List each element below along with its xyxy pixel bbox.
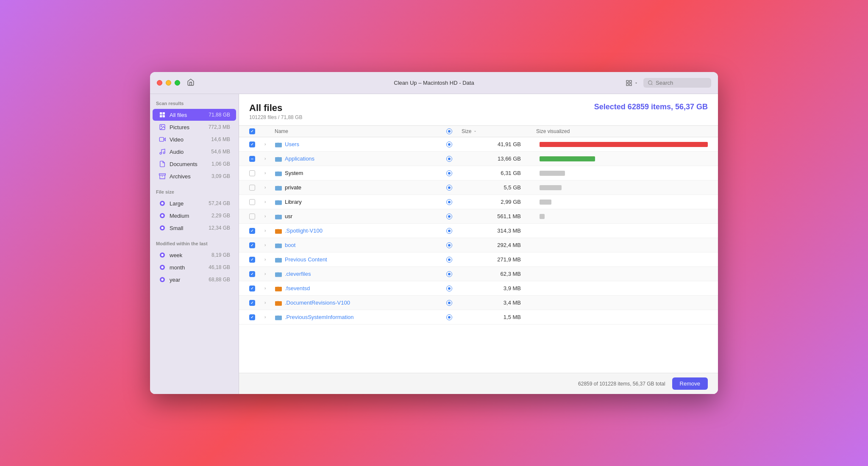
- all-files-icon: [159, 111, 166, 119]
- row-checkbox[interactable]: [249, 286, 264, 291]
- svg-point-10: [161, 126, 162, 127]
- expand-arrow[interactable]: ›: [264, 142, 275, 147]
- row-checkbox[interactable]: [249, 271, 264, 277]
- medium-icon: [159, 212, 166, 219]
- file-size: 271,9 MB: [462, 256, 521, 263]
- expand-arrow[interactable]: ›: [264, 300, 275, 305]
- file-name-cell: Previous Content: [275, 256, 446, 264]
- row-radio[interactable]: [446, 286, 462, 291]
- expand-arrow[interactable]: ›: [264, 257, 275, 262]
- remove-button[interactable]: Remove: [672, 377, 708, 390]
- search-input[interactable]: [656, 80, 707, 86]
- table-row: › Applications 13,66 GB: [239, 152, 718, 166]
- titlebar-actions: [626, 78, 711, 88]
- close-button[interactable]: [157, 80, 162, 86]
- row-radio[interactable]: [446, 314, 462, 320]
- row-radio[interactable]: [446, 199, 462, 205]
- file-name-cell: Users: [275, 141, 446, 148]
- expand-arrow[interactable]: ›: [264, 272, 275, 276]
- svg-rect-11: [159, 137, 164, 141]
- svg-point-14: [163, 152, 165, 154]
- file-size: 13,66 GB: [462, 155, 521, 162]
- row-radio[interactable]: [446, 242, 462, 248]
- expand-arrow[interactable]: ›: [264, 156, 275, 161]
- size-bar-cell: [536, 214, 708, 219]
- minimize-button[interactable]: [166, 80, 171, 86]
- small-icon: [159, 224, 166, 232]
- file-name: Users: [285, 141, 299, 147]
- sidebar-item-audio[interactable]: Audio 54,6 MB: [153, 146, 236, 158]
- row-checkbox[interactable]: [249, 300, 264, 306]
- sidebar-item-year[interactable]: year 68,88 GB: [153, 274, 236, 286]
- row-checkbox[interactable]: [249, 242, 264, 248]
- file-size: 5,5 GB: [462, 184, 521, 191]
- row-radio[interactable]: [446, 185, 462, 191]
- row-checkbox[interactable]: [249, 156, 264, 162]
- header-checkbox-col: [249, 128, 264, 134]
- expand-arrow[interactable]: ›: [264, 243, 275, 247]
- sidebar-item-documents[interactable]: Documents 1,06 GB: [153, 158, 236, 170]
- expand-arrow[interactable]: ›: [264, 228, 275, 233]
- svg-rect-2: [626, 83, 629, 86]
- size-bar-cell: [536, 156, 708, 161]
- row-checkbox[interactable]: [249, 199, 264, 205]
- selected-info: Selected 62859 items, 56,37 GB: [594, 103, 708, 111]
- row-radio[interactable]: [446, 257, 462, 263]
- table-row: › Library 2,99 GB: [239, 195, 718, 209]
- sidebar-item-large[interactable]: Large 57,24 GB: [153, 197, 236, 209]
- page-title: All files: [249, 103, 302, 114]
- file-count: 101228 files / 71,88 GB: [249, 114, 302, 120]
- folder-icon: [275, 241, 282, 249]
- file-name: .cleverfiles: [285, 271, 311, 277]
- header-size[interactable]: Size: [462, 128, 521, 134]
- folder-icon: [275, 213, 282, 220]
- folder-icon: [275, 184, 282, 191]
- sidebar-item-medium[interactable]: Medium 2,29 GB: [153, 210, 236, 222]
- row-checkbox[interactable]: [249, 170, 264, 176]
- expand-arrow[interactable]: ›: [264, 171, 275, 175]
- row-radio[interactable]: [446, 156, 462, 162]
- row-radio[interactable]: [446, 300, 462, 306]
- row-radio[interactable]: [446, 228, 462, 234]
- row-radio[interactable]: [446, 271, 462, 277]
- row-checkbox[interactable]: [249, 214, 264, 219]
- row-radio[interactable]: [446, 141, 462, 147]
- svg-rect-0: [626, 80, 629, 83]
- file-size: 6,31 GB: [462, 170, 521, 176]
- sidebar-item-pictures[interactable]: Pictures 772,3 MB: [153, 121, 236, 133]
- row-checkbox[interactable]: [249, 257, 264, 263]
- documents-icon: [159, 160, 166, 168]
- folder-icon: [275, 155, 282, 163]
- search-box[interactable]: [643, 78, 711, 88]
- select-all-checkbox[interactable]: [249, 128, 255, 134]
- sidebar-item-video[interactable]: Video 14,6 MB: [153, 133, 236, 145]
- home-icon[interactable]: [187, 78, 195, 88]
- header-name[interactable]: Name: [275, 128, 446, 134]
- folder-icon: [275, 169, 282, 177]
- expand-arrow[interactable]: ›: [264, 214, 275, 219]
- sidebar-item-week[interactable]: week 8,19 GB: [153, 249, 236, 261]
- row-checkbox[interactable]: [249, 141, 264, 147]
- expand-arrow[interactable]: ›: [264, 286, 275, 291]
- sidebar-item-month[interactable]: month 46,18 GB: [153, 261, 236, 273]
- row-checkbox[interactable]: [249, 185, 264, 191]
- sidebar-item-archives[interactable]: Archives 3,09 GB: [153, 170, 236, 182]
- expand-arrow[interactable]: ›: [264, 200, 275, 204]
- view-toggle-button[interactable]: [626, 80, 638, 86]
- sidebar-item-all-files[interactable]: All files 71,88 GB: [153, 109, 236, 121]
- row-radio[interactable]: [446, 170, 462, 176]
- row-radio[interactable]: [446, 214, 462, 219]
- file-name-cell: Library: [275, 198, 446, 206]
- radio-sort[interactable]: [446, 128, 452, 134]
- row-checkbox[interactable]: [249, 228, 264, 234]
- audio-icon: [159, 148, 166, 155]
- folder-icon: [275, 256, 282, 264]
- fullscreen-button[interactable]: [175, 80, 180, 86]
- svg-rect-1: [629, 80, 632, 83]
- row-checkbox[interactable]: [249, 314, 264, 320]
- sidebar-item-small[interactable]: Small 12,34 GB: [153, 222, 236, 234]
- expand-arrow[interactable]: ›: [264, 185, 275, 190]
- svg-point-28: [161, 278, 163, 280]
- expand-arrow[interactable]: ›: [264, 315, 275, 319]
- svg-rect-8: [163, 115, 165, 117]
